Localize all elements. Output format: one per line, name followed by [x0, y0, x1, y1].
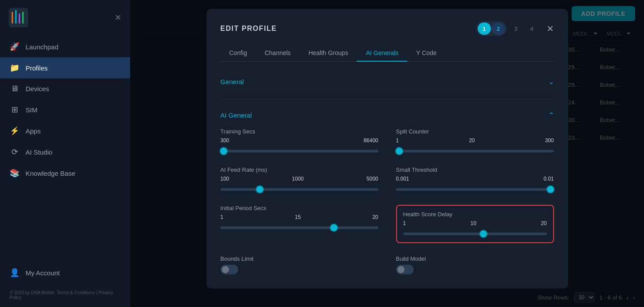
sidebar-nav: 🚀 Launchpad 📁 Profiles 🖥 Devices ⊞ SIM ⚡…: [0, 36, 130, 283]
split-counter-thumb[interactable]: [396, 148, 403, 155]
ai-feed-rate-label: AI Feed Rate (ms): [221, 166, 378, 173]
modal-steps: 1 2 3 4: [476, 21, 539, 36]
bounds-limit-toggle[interactable]: [221, 265, 238, 274]
initial-period-secs-min: 1: [221, 214, 224, 220]
small-threshold-range: 0.001 0.01: [396, 176, 554, 182]
knowledge-base-icon: 📚: [10, 168, 19, 178]
ai-feed-rate-track[interactable]: [221, 188, 378, 191]
build-model-toggle[interactable]: [396, 265, 414, 274]
training-secs-min: 300: [221, 137, 229, 144]
section-divider: [221, 98, 554, 99]
build-model-toggle-knob: [397, 266, 404, 273]
initial-period-secs-thumb[interactable]: [330, 224, 337, 231]
sidebar-logo: ✕: [0, 0, 130, 32]
ai-general-section-header[interactable]: AI General ⌃: [221, 106, 554, 125]
training-secs-range: 300 86400: [221, 137, 378, 144]
tab-ai-generals[interactable]: AI Generals: [357, 45, 407, 62]
sidebar-item-sim[interactable]: ⊞ SIM: [0, 99, 130, 120]
build-model-label: Build Model: [396, 255, 554, 262]
initial-period-secs-range: 1 15 20: [221, 214, 378, 220]
sidebar-item-devices[interactable]: 🖥 Devices: [0, 78, 130, 99]
main-area: ADD PROFILE MODI... MODI... 08/30... Bob…: [130, 0, 644, 307]
tab-health-groups[interactable]: Health Groups: [300, 45, 357, 62]
step-2[interactable]: 2: [492, 22, 505, 35]
modal-overlay: EDIT PROFILE 1 2 3 4 ✕ Config Chan: [130, 0, 644, 307]
sidebar-item-my-account-label: My Account: [26, 269, 60, 277]
bounds-limit-label: Bounds Limit: [221, 255, 378, 262]
health-score-delay-thumb[interactable]: [480, 230, 487, 237]
modal-tabs: Config Channels Health Groups AI General…: [221, 45, 554, 62]
bounds-limit-toggle-group: Bounds Limit: [221, 255, 378, 274]
modal-title: EDIT PROFILE: [221, 25, 277, 33]
launchpad-icon: 🚀: [10, 42, 19, 52]
health-score-delay-range: 1 10 20: [403, 220, 547, 226]
training-secs-track[interactable]: [221, 150, 378, 152]
health-score-delay-mid: 10: [470, 220, 476, 226]
edit-profile-modal: EDIT PROFILE 1 2 3 4 ✕ Config Chan: [206, 9, 568, 289]
build-model-toggle-group: Build Model: [396, 255, 554, 274]
small-threshold-track[interactable]: [396, 188, 554, 191]
profiles-icon: 📁: [10, 63, 19, 73]
ai-feed-rate-max: 5000: [367, 176, 378, 182]
split-counter-mid: 20: [469, 137, 475, 144]
ai-feed-rate-thumb[interactable]: [256, 186, 263, 193]
ai-feed-rate-range: 100 1000 5000: [221, 176, 378, 182]
sidebar: ✕ 🚀 Launchpad 📁 Profiles 🖥 Devices ⊞ SIM…: [0, 0, 130, 307]
training-secs-slider-group: Training Secs 300 86400: [221, 128, 378, 154]
health-score-delay-label: Health Score Delay: [403, 211, 547, 218]
training-secs-label: Training Secs: [221, 128, 378, 135]
ai-studio-icon: ⟳: [10, 147, 19, 157]
step-3[interactable]: 3: [509, 22, 523, 35]
ai-general-chevron-icon: ⌃: [548, 111, 554, 119]
apps-icon: ⚡: [10, 126, 19, 136]
bounds-limit-toggle-knob: [222, 266, 229, 273]
sidebar-item-apps[interactable]: ⚡ Apps: [0, 120, 130, 141]
tab-channels[interactable]: Channels: [256, 45, 300, 62]
sidebar-close-icon[interactable]: ✕: [115, 13, 121, 22]
small-threshold-label: Small Threshold: [396, 166, 554, 173]
general-chevron-icon: ⌄: [548, 78, 554, 86]
app-logo: [9, 8, 28, 27]
general-section-header[interactable]: General ⌄: [221, 72, 554, 91]
sidebar-item-profiles[interactable]: 📁 Profiles: [0, 57, 130, 78]
small-threshold-thumb[interactable]: [547, 186, 554, 193]
split-counter-range: 1 20 300: [396, 137, 554, 144]
modal-close-button[interactable]: ✕: [547, 23, 554, 34]
ai-feed-rate-min: 100: [221, 176, 229, 182]
sidebar-item-apps-label: Apps: [26, 127, 41, 135]
sim-icon: ⊞: [10, 105, 19, 115]
sidebar-item-sim-label: SIM: [26, 106, 37, 114]
sidebar-item-ai-studio-label: AI Studio: [26, 148, 52, 156]
step-1[interactable]: 1: [478, 22, 491, 35]
sidebar-footer: © 2023 by DNA Mobile. Terms & Conditions…: [0, 283, 130, 307]
small-threshold-max: 0.01: [543, 176, 554, 182]
initial-period-secs-mid: 15: [295, 214, 300, 220]
health-score-delay-max: 20: [541, 220, 547, 226]
tab-y-code[interactable]: Y Code: [407, 45, 445, 62]
tab-config[interactable]: Config: [221, 45, 256, 62]
modal-header: EDIT PROFILE 1 2 3 4 ✕: [221, 21, 554, 36]
split-counter-min: 1: [396, 137, 399, 144]
health-score-delay-min: 1: [403, 220, 406, 226]
my-account-icon: 👤: [10, 268, 19, 277]
initial-period-secs-slider-group: Initial Period Secs 1 15 20: [221, 205, 378, 243]
ai-general-section-title: AI General: [221, 111, 252, 119]
toggles-row: Bounds Limit Build Model: [221, 255, 554, 274]
sidebar-item-launchpad[interactable]: 🚀 Launchpad: [0, 36, 130, 57]
initial-period-secs-max: 20: [372, 214, 378, 220]
health-score-delay-track[interactable]: [403, 233, 547, 235]
training-secs-max: 86400: [363, 137, 378, 144]
step-4[interactable]: 4: [525, 22, 539, 35]
step-group: 1 2: [476, 21, 507, 36]
initial-period-secs-label: Initial Period Secs: [221, 205, 378, 211]
sidebar-item-knowledge-base[interactable]: 📚 Knowledge Base: [0, 163, 130, 184]
split-counter-label: Split Counter: [396, 128, 554, 135]
sidebar-item-ai-studio[interactable]: ⟳ AI Studio: [0, 141, 130, 163]
split-counter-track[interactable]: [396, 150, 554, 152]
small-threshold-min: 0.001: [396, 176, 409, 182]
ai-feed-rate-slider-group: AI Feed Rate (ms) 100 1000 5000: [221, 166, 378, 192]
sidebar-item-my-account[interactable]: 👤 My Account: [0, 262, 130, 283]
training-secs-thumb[interactable]: [220, 148, 227, 155]
initial-period-secs-track[interactable]: [221, 226, 378, 229]
health-score-delay-slider-group: Health Score Delay 1 10 20: [396, 205, 554, 243]
